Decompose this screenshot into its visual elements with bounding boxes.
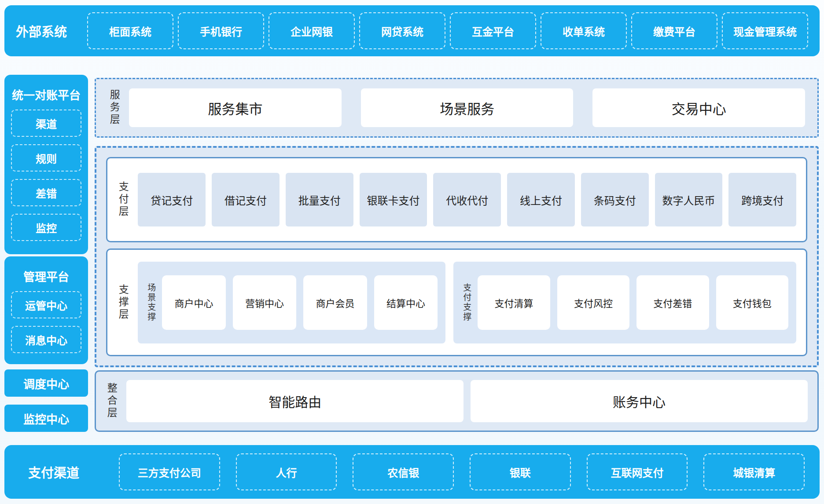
reconciliation-node: 渠道 (11, 110, 81, 137)
payment-node: 跨境支付 (728, 173, 796, 226)
payment-support-node: 支付风控 (557, 275, 629, 330)
payment-channel-node: 三方支付公司 (119, 453, 220, 490)
scene-support-node: 营销中心 (233, 275, 297, 330)
integration-layer: 整合层 智能路由账务中心 (95, 370, 819, 432)
standalone-center-node: 监控中心 (4, 405, 88, 432)
management-platform-title: 管理平台 (11, 262, 81, 291)
reconciliation-platform-title: 统一对账平台 (11, 80, 81, 110)
payment-node: 批量支付 (286, 173, 353, 226)
scene-support-items: 商户中心营销中心商户会员结算中心 (162, 275, 438, 330)
integration-node: 账务中心 (471, 380, 808, 422)
external-system-node: 现金管理系统 (722, 12, 808, 49)
support-layer: 支撑层 场景支撑 商户中心营销中心商户会员结算中心 支付支撑 支付清算支付风控支… (106, 248, 807, 356)
external-systems-label: 外部系统 (16, 22, 72, 40)
payment-node: 条码支付 (581, 173, 649, 226)
management-node: 消息中心 (11, 326, 81, 353)
external-system-node: 互金平台 (450, 12, 536, 49)
scene-support-node: 商户中心 (162, 275, 226, 330)
standalone-centers: 调度中心监控中心 (4, 369, 88, 432)
reconciliation-node: 规则 (11, 144, 81, 172)
payment-channel-node: 互联网支付 (587, 453, 688, 490)
management-node: 运管中心 (11, 291, 81, 318)
external-system-node: 缴费平台 (631, 12, 717, 49)
standalone-center-node: 调度中心 (4, 369, 88, 397)
payment-node: 数字人民币 (655, 173, 723, 226)
payment-channels-bar: 支付渠道 三方支付公司人行农信银银联互联网支付城银清算 (4, 445, 820, 499)
reconciliation-node: 监控 (11, 214, 81, 241)
integration-layer-label: 整合层 (106, 383, 117, 420)
payment-node: 代收代付 (433, 173, 501, 226)
payment-layer-label: 支付层 (117, 181, 128, 218)
payment-channels-label: 支付渠道 (28, 463, 85, 481)
payment-channel-node: 人行 (236, 453, 337, 490)
payment-layer: 支付层 贷记支付借记支付批量支付银联卡支付代收代付线上支付条码支付数字人民币跨境… (106, 157, 807, 242)
payment-node: 借记支付 (212, 173, 280, 226)
integration-node: 智能路由 (126, 380, 464, 422)
external-system-node: 收单系统 (541, 12, 627, 49)
payment-platform-architecture-diagram: 外部系统 柜面系统手机银行企业网银网贷系统互金平台收单系统缴费平台现金管理系统 … (0, 0, 824, 504)
payment-support-node: 支付钱包 (716, 275, 788, 330)
payment-node: 线上支付 (507, 173, 575, 226)
support-groups: 场景支撑 商户中心营销中心商户会员结算中心 支付支撑 支付清算支付风控支付差错支… (138, 262, 796, 343)
scene-support-node: 结算中心 (374, 275, 438, 330)
reconciliation-node: 差错 (11, 179, 81, 206)
management-platform-panel: 管理平台 运管中心消息中心 (4, 256, 88, 364)
external-system-node: 手机银行 (178, 12, 264, 49)
payment-layer-items: 贷记支付借记支付批量支付银联卡支付代收代付线上支付条码支付数字人民币跨境支付 (138, 173, 796, 226)
service-layer: 服务层 服务集市场景服务交易中心 (95, 78, 819, 138)
scene-support-label: 场景支撑 (146, 283, 155, 322)
payment-channel-node: 城银清算 (703, 453, 805, 490)
payment-channel-node: 银联 (470, 453, 571, 490)
service-layer-items: 服务集市场景服务交易中心 (129, 88, 805, 127)
payment-support-node: 支付差错 (636, 275, 709, 330)
external-systems-items: 柜面系统手机银行企业网银网贷系统互金平台收单系统缴费平台现金管理系统 (87, 12, 808, 49)
service-node: 交易中心 (592, 88, 805, 127)
integration-layer-items: 智能路由账务中心 (126, 380, 808, 422)
scene-support-group: 场景支撑 商户中心营销中心商户会员结算中心 (138, 262, 445, 343)
payment-channel-node: 农信银 (353, 453, 454, 490)
payment-support-label: 支付支撑 (461, 283, 471, 322)
external-system-node: 柜面系统 (87, 12, 173, 49)
payment-support-group: 支付支撑 支付清算支付风控支付差错支付钱包 (453, 262, 796, 343)
payment-support-items: 支付清算支付风控支付差错支付钱包 (478, 275, 788, 330)
external-systems-bar: 外部系统 柜面系统手机银行企业网银网贷系统互金平台收单系统缴费平台现金管理系统 (4, 5, 820, 56)
payment-support-container: 支付层 贷记支付借记支付批量支付银联卡支付代收代付线上支付条码支付数字人民币跨境… (95, 146, 819, 367)
payment-channels-items: 三方支付公司人行农信银银联互联网支付城银清算 (119, 453, 805, 490)
service-node: 服务集市 (129, 88, 342, 127)
support-layer-label: 支撑层 (117, 284, 128, 321)
management-items: 运管中心消息中心 (11, 291, 81, 353)
scene-support-node: 商户会员 (303, 275, 367, 330)
service-node: 场景服务 (361, 88, 574, 127)
payment-node: 贷记支付 (138, 173, 206, 226)
reconciliation-items: 渠道规则差错监控 (11, 110, 81, 241)
payment-support-node: 支付清算 (478, 275, 550, 330)
service-layer-label: 服务层 (108, 89, 119, 126)
reconciliation-platform-panel: 统一对账平台 渠道规则差错监控 (4, 75, 88, 254)
payment-node: 银联卡支付 (360, 173, 427, 226)
external-system-node: 网贷系统 (359, 12, 445, 49)
external-system-node: 企业网银 (269, 12, 355, 49)
